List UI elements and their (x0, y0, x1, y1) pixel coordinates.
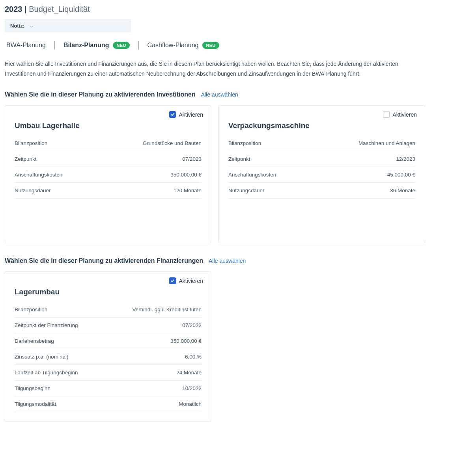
row-value: 350.000,00 € (170, 338, 202, 344)
neu-badge: NEU (113, 42, 129, 49)
financing-cards: Aktivieren Lagerumbau BilanzpositionVerb… (5, 271, 471, 422)
card-row: Anschaffungskosten45.000,00 € (228, 167, 415, 183)
card-row: Zeitpunkt07/2023 (15, 151, 202, 167)
card-row: Nutzungsdauer120 Monate (15, 183, 202, 199)
plan-name: Budget_Liquidität (29, 5, 90, 13)
investments-heading: Wählen Sie die in dieser Planung zu akti… (5, 91, 196, 98)
page-title: 2023 | Budget_Liquidität (5, 5, 471, 14)
investment-card: Aktivieren Verpackungsmaschine Bilanzpos… (218, 105, 425, 243)
row-key: Zinssatz p.a. (nominal) (15, 354, 69, 360)
checkbox-checked-icon (169, 277, 176, 284)
row-value: 6,00 % (185, 354, 202, 360)
card-row: TilgungsmodalitätMonatlich (15, 396, 202, 412)
tab-cashflow-planung[interactable]: Cashflow-Planung NEU (146, 42, 221, 49)
checkbox-unchecked-icon (383, 111, 390, 118)
activate-toggle[interactable]: Aktivieren (169, 111, 203, 118)
financings-select-all[interactable]: Alle auswählen (209, 258, 246, 264)
investments-header: Wählen Sie die in dieser Planung zu akti… (5, 91, 471, 98)
row-key: Laufzeit ab Tilgungsbeginn (15, 370, 78, 375)
activate-toggle[interactable]: Aktivieren (169, 277, 203, 284)
card-row: Darlehensbetrag350.000,00 € (15, 333, 202, 349)
card-row: Zeitpunkt12/2023 (228, 151, 415, 167)
tab-label: Cashflow-Planung (147, 42, 199, 49)
row-key: Anschaffungskosten (15, 172, 62, 178)
intro-text: Hier wählen Sie alle Investitionen und F… (5, 59, 431, 78)
note-bar[interactable]: Notiz: -- (5, 19, 131, 32)
row-value: Maschinen und Anlagen (358, 140, 415, 146)
row-key: Bilanzposition (15, 140, 47, 146)
row-value: Grundstücke und Bauten (143, 140, 202, 146)
tabs: BWA-Planung Bilanz-Planung NEU Cashflow-… (5, 41, 471, 50)
card-row: Tilgungsbeginn10/2023 (15, 381, 202, 396)
neu-badge: NEU (202, 42, 219, 49)
row-key: Zeitpunkt der Finanzierung (15, 322, 78, 328)
checkbox-checked-icon (169, 111, 176, 118)
activate-toggle[interactable]: Aktivieren (383, 111, 417, 118)
investment-card: Aktivieren Umbau Lagerhalle Bilanzpositi… (5, 105, 211, 243)
row-value: 12/2023 (396, 156, 415, 162)
activate-label: Aktivieren (179, 111, 203, 118)
row-value: 36 Monate (390, 188, 415, 193)
card-title: Lagerumbau (15, 288, 202, 296)
card-row: BilanzpositionGrundstücke und Bauten (15, 136, 202, 151)
note-label: Notiz: (10, 23, 24, 29)
row-value: 45.000,00 € (387, 172, 415, 178)
activate-label: Aktivieren (179, 278, 203, 284)
row-value: 24 Monate (176, 370, 202, 375)
row-key: Zeitpunkt (15, 156, 37, 162)
activate-label: Aktivieren (393, 111, 417, 118)
card-row: Zeitpunkt der Finanzierung07/2023 (15, 318, 202, 333)
row-value: 07/2023 (182, 156, 202, 162)
card-row: Laufzeit ab Tilgungsbeginn24 Monate (15, 365, 202, 381)
row-key: Tilgungsbeginn (15, 385, 50, 391)
row-value: 350.000,00 € (170, 172, 202, 178)
row-value: Verbindl. ggü. Kreditinstituten (132, 307, 202, 312)
card-row: BilanzpositionVerbindl. ggü. Kreditinsti… (15, 302, 202, 318)
row-key: Darlehensbetrag (15, 338, 54, 344)
investment-cards: Aktivieren Umbau Lagerhalle Bilanzpositi… (5, 105, 471, 243)
tab-separator (54, 41, 55, 50)
tab-bilanz-planung[interactable]: Bilanz-Planung NEU (62, 42, 131, 49)
row-key: Nutzungsdauer (228, 188, 265, 193)
year: 2023 (5, 5, 22, 13)
financing-card: Aktivieren Lagerumbau BilanzpositionVerb… (5, 271, 211, 422)
financings-header: Wählen Sie die in dieser Planung zu akti… (5, 257, 471, 264)
row-value: 120 Monate (174, 188, 202, 193)
row-key: Bilanzposition (15, 307, 47, 312)
tab-separator (138, 41, 139, 50)
card-title: Verpackungsmaschine (228, 121, 415, 130)
title-sep: | (22, 5, 29, 13)
tab-bwa-planung[interactable]: BWA-Planung (5, 42, 47, 49)
row-key: Nutzungsdauer (15, 188, 51, 193)
card-row: Zinssatz p.a. (nominal)6,00 % (15, 349, 202, 365)
row-value: Monatlich (179, 401, 202, 407)
note-value: -- (30, 23, 34, 29)
card-row: Anschaffungskosten350.000,00 € (15, 167, 202, 183)
card-row: BilanzpositionMaschinen und Anlagen (228, 136, 415, 151)
investments-select-all[interactable]: Alle auswählen (201, 91, 238, 98)
row-value: 07/2023 (182, 322, 202, 328)
financings-heading: Wählen Sie die in dieser Planung zu akti… (5, 257, 203, 264)
tab-label: Bilanz-Planung (63, 42, 109, 49)
row-key: Tilgungsmodalität (15, 401, 56, 407)
card-title: Umbau Lagerhalle (15, 121, 202, 130)
row-value: 10/2023 (182, 385, 202, 391)
row-key: Zeitpunkt (228, 156, 250, 162)
card-row: Nutzungsdauer36 Monate (228, 183, 415, 199)
tab-label: BWA-Planung (6, 42, 46, 49)
row-key: Anschaffungskosten (228, 172, 276, 178)
row-key: Bilanzposition (228, 140, 261, 146)
